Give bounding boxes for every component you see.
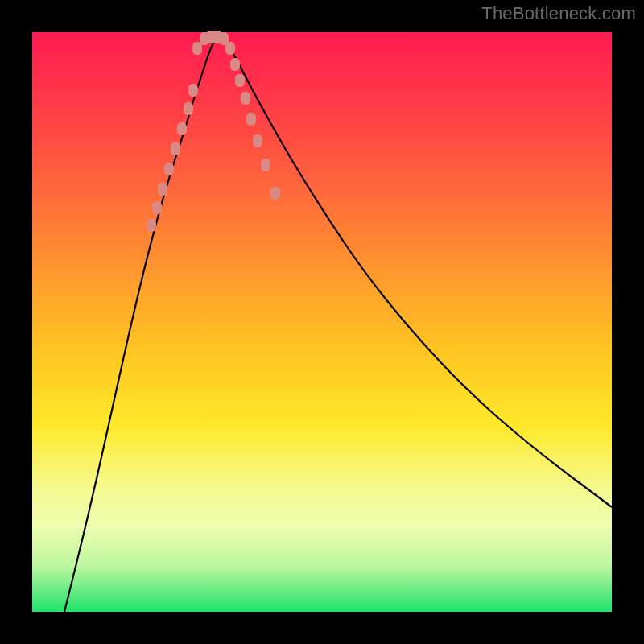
curve-dot bbox=[147, 219, 156, 232]
bottleneck-curve bbox=[64, 38, 612, 612]
watermark-text: TheBottleneck.com bbox=[481, 3, 636, 24]
curve-dot bbox=[261, 159, 270, 171]
curve-dot bbox=[171, 142, 180, 155]
curve-dot bbox=[188, 84, 198, 97]
plot-area bbox=[32, 32, 612, 612]
curve-dot bbox=[241, 92, 250, 105]
curve-dot bbox=[246, 113, 256, 126]
curve-dot bbox=[158, 183, 167, 196]
curve-dot bbox=[270, 187, 280, 200]
chart-frame: TheBottleneck.com bbox=[0, 0, 644, 644]
curve-dot bbox=[164, 163, 174, 175]
dotted-overlay bbox=[147, 31, 280, 232]
curve-dot bbox=[192, 42, 202, 55]
curve-dot bbox=[235, 74, 245, 87]
curve-dot bbox=[152, 201, 162, 214]
curve-dot bbox=[253, 134, 262, 147]
curve-dot bbox=[230, 58, 240, 71]
curve-dot bbox=[177, 122, 187, 135]
curve-dot bbox=[225, 42, 235, 55]
curve-svg bbox=[32, 32, 612, 612]
curve-dot bbox=[184, 102, 193, 115]
